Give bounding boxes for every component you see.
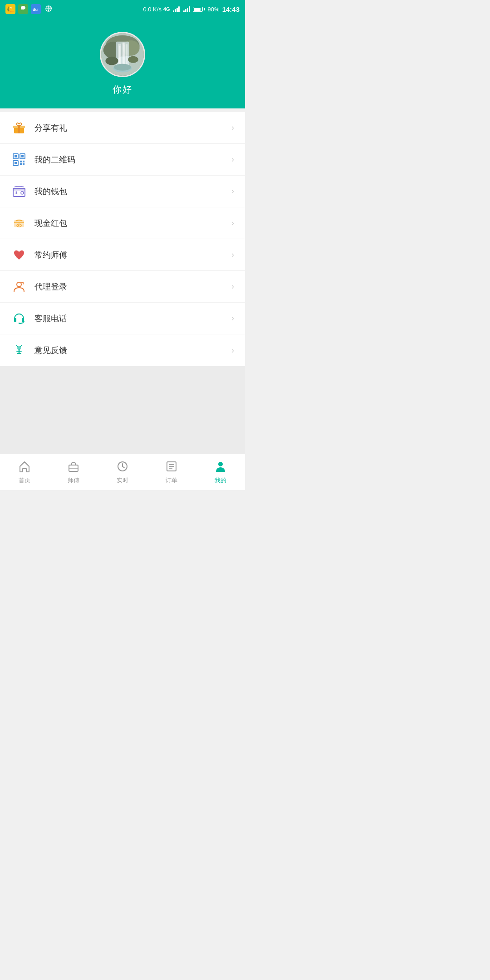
battery-icon	[193, 7, 205, 12]
menu-label-wallet: 我的钱包	[34, 186, 231, 197]
signal-icon-2	[183, 6, 190, 12]
time: 14:43	[222, 5, 240, 13]
menu-item-share[interactable]: 分享有礼 ›	[0, 112, 245, 144]
signal-icon	[173, 6, 180, 12]
chevron-icon-agent: ›	[231, 282, 234, 291]
status-left-icons: 🍋 du	[5, 4, 54, 14]
svg-line-44	[16, 345, 18, 347]
headset-icon	[11, 310, 27, 327]
app-icon-wechat	[18, 4, 28, 14]
menu-item-redpacket[interactable]: ¥ 现金红包 ›	[0, 207, 245, 239]
tab-label-mine: 我的	[215, 476, 226, 485]
agent-icon	[11, 279, 27, 295]
chevron-icon-redpacket: ›	[231, 218, 234, 228]
svg-rect-23	[21, 155, 24, 157]
menu-label-master: 常约师傅	[34, 250, 231, 260]
svg-point-37	[17, 282, 21, 287]
app-icon-baidu: du	[31, 4, 41, 14]
svg-text:¥: ¥	[18, 224, 20, 227]
list-icon	[165, 460, 178, 475]
menu-label-qrcode: 我的二维码	[34, 154, 231, 165]
tab-label-home: 首页	[19, 476, 30, 485]
gift-icon	[11, 120, 27, 136]
qr-icon	[11, 152, 27, 168]
svg-point-12	[128, 56, 138, 63]
svg-rect-16	[124, 45, 124, 63]
svg-rect-38	[14, 318, 16, 322]
profile-header: 你好	[0, 18, 245, 108]
chevron-icon-phone: ›	[231, 314, 234, 323]
menu-label-redpacket: 现金红包	[34, 218, 231, 229]
home-icon	[18, 460, 31, 475]
network-type: 4G	[163, 6, 170, 12]
clock-icon	[116, 460, 129, 475]
svg-rect-31	[13, 188, 25, 191]
tab-bar: 首页 师傅 实时	[0, 454, 245, 490]
menu-item-agent[interactable]: 代理登录 ›	[0, 271, 245, 303]
tab-item-realtime[interactable]: 实时	[98, 460, 147, 485]
menu-label-share: 分享有礼	[34, 122, 231, 133]
tab-item-master[interactable]: 师傅	[49, 460, 98, 485]
svg-point-55	[218, 462, 223, 466]
svg-text:$: $	[15, 191, 18, 195]
svg-rect-28	[20, 163, 22, 165]
chevron-icon-share: ›	[231, 123, 234, 132]
menu-label-phone: 客服电话	[34, 313, 231, 324]
chevron-icon-master: ›	[231, 250, 234, 260]
menu-item-wallet[interactable]: $ 我的钱包 ›	[0, 176, 245, 207]
svg-point-32	[21, 191, 24, 194]
chevron-icon-wallet: ›	[231, 186, 234, 196]
avatar[interactable]	[100, 32, 145, 77]
menu-label-agent: 代理登录	[34, 281, 231, 292]
tab-label-order: 订单	[166, 476, 177, 485]
tab-label-master: 师傅	[68, 476, 79, 485]
svg-rect-10	[126, 44, 128, 65]
content-wrapper: 你好 分享有礼 ›	[0, 18, 245, 454]
svg-rect-8	[118, 44, 121, 68]
person-icon	[214, 460, 227, 475]
wallet-icon: $	[11, 183, 27, 200]
svg-point-14	[113, 64, 132, 73]
username: 你好	[113, 83, 132, 96]
redpacket-icon: ¥	[11, 215, 27, 231]
briefcase-icon	[67, 460, 80, 475]
tab-label-realtime: 实时	[117, 476, 128, 485]
app-icon-vpn	[44, 4, 54, 14]
svg-rect-29	[23, 163, 24, 165]
chevron-icon-qrcode: ›	[231, 155, 234, 164]
menu-item-feedback[interactable]: 意见反馈 ›	[0, 334, 245, 366]
menu-item-qrcode[interactable]: 我的二维码 ›	[0, 144, 245, 176]
avatar-image	[101, 33, 144, 76]
feedback-icon	[11, 342, 27, 358]
status-bar: 🍋 du 0.0 K/s 4G	[0, 0, 245, 18]
status-right-info: 0.0 K/s 4G 90% 14:43	[143, 5, 240, 13]
menu-item-master[interactable]: 常约师傅 ›	[0, 239, 245, 271]
tab-item-order[interactable]: 订单	[147, 460, 196, 485]
tab-item-mine[interactable]: 我的	[196, 460, 245, 485]
tab-item-home[interactable]: 首页	[0, 460, 49, 485]
network-speed: 0.0 K/s	[143, 6, 161, 13]
app-icon-mango: 🍋	[5, 4, 15, 14]
menu-item-phone[interactable]: 客服电话 ›	[0, 303, 245, 334]
chevron-icon-feedback: ›	[231, 346, 234, 355]
svg-rect-25	[15, 162, 17, 164]
svg-rect-27	[23, 161, 24, 162]
svg-line-50	[122, 466, 124, 468]
battery-percentage: 90%	[208, 6, 220, 13]
svg-text:du: du	[33, 7, 38, 12]
menu-label-feedback: 意见反馈	[34, 345, 231, 356]
svg-point-11	[105, 57, 118, 65]
svg-line-45	[20, 345, 22, 347]
svg-rect-26	[20, 161, 22, 162]
menu-list: 分享有礼 › 我的二维码 ›	[0, 112, 245, 366]
svg-rect-21	[15, 155, 17, 157]
gray-content-area	[0, 366, 245, 454]
svg-rect-15	[119, 46, 120, 63]
heart-icon	[11, 247, 27, 263]
svg-rect-19	[18, 126, 20, 133]
